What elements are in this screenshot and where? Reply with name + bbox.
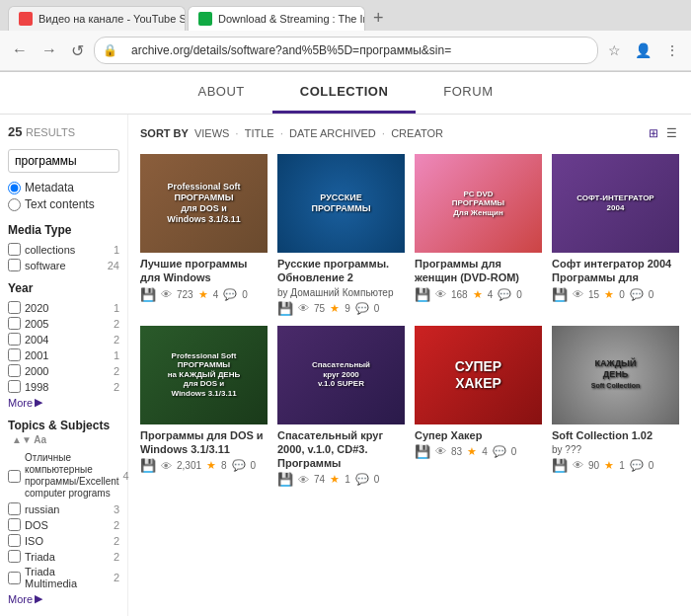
item-title: Программы для DOS и Windows 3.1/3.11 bbox=[140, 428, 268, 457]
item-stats: 💾 👁 15 ★ 0 💬 0 bbox=[552, 287, 679, 302]
list-item[interactable]: Professional SoftПРОГРАММЫдля DOS иWindo… bbox=[140, 154, 268, 316]
item-thumbnail: Professional SoftПРОГРАММЫна КАЖДЫЙ ДЕНЬ… bbox=[140, 326, 268, 424]
star-icon: ★ bbox=[604, 288, 614, 301]
nav-bar: ← → ↺ 🔒 ☆ 👤 ⋮ bbox=[0, 31, 691, 71]
sort-title[interactable]: TITLE bbox=[245, 127, 274, 139]
comment-icon: 💬 bbox=[493, 445, 506, 458]
metadata-radio[interactable]: Metadata bbox=[8, 181, 119, 194]
save-icon: 💾 bbox=[415, 444, 430, 459]
profile-icon[interactable]: 👤 bbox=[631, 40, 655, 60]
item-title: Спасательный круг 2000, v.1.0, CD#3. Про… bbox=[277, 428, 405, 471]
sort-bar: SORT BY VIEWS · TITLE · DATE ARCHIVED · … bbox=[140, 124, 679, 142]
save-icon: 💾 bbox=[277, 472, 293, 487]
topics-sort-icon: ▲▼ Aa bbox=[12, 434, 46, 445]
eye-icon: 👁 bbox=[435, 445, 446, 457]
sidebar: 25 RESULTS // Set value manually documen… bbox=[0, 115, 128, 616]
comment-icon: 💬 bbox=[355, 473, 369, 486]
eye-icon: 👁 bbox=[161, 288, 172, 300]
eye-icon: 👁 bbox=[573, 288, 583, 300]
year-more-link[interactable]: More ▶ bbox=[8, 396, 119, 409]
save-icon: 💾 bbox=[277, 301, 293, 316]
sort-creator[interactable]: CREATOR bbox=[391, 127, 443, 139]
filter-triada[interactable]: Triada 2 bbox=[8, 550, 119, 563]
filter-triada-multimedia[interactable]: Triada Multimedia 2 bbox=[8, 566, 119, 589]
list-item[interactable]: Спасательныйкруг 2000v.1.0 SUPER Спасате… bbox=[277, 326, 405, 488]
star-icon: ★ bbox=[330, 473, 340, 486]
refresh-button[interactable]: ↺ bbox=[67, 39, 88, 62]
topics-filter: Topics & Subjects ▲▼ Aa Отличные компьют… bbox=[8, 419, 119, 605]
filter-year-2000[interactable]: 2000 2 bbox=[8, 364, 119, 377]
item-thumbnail: КАЖДЫЙДЕНЬSoft Collection bbox=[552, 326, 679, 424]
item-stats: 💾 👁 75 ★ 9 💬 0 bbox=[277, 301, 405, 316]
item-stats: 💾 👁 723 ★ 4 💬 0 bbox=[140, 287, 268, 302]
list-item[interactable]: СУПЕРХАКЕР Супер Хакер 💾 👁 83 ★ 4 💬 0 bbox=[415, 326, 542, 488]
tab-bar: Видео на канале - YouTube Stu... ✕ Downl… bbox=[0, 0, 691, 31]
save-icon: 💾 bbox=[140, 287, 156, 302]
textcontents-radio[interactable]: Text contents bbox=[8, 197, 119, 211]
eye-icon: 👁 bbox=[298, 302, 309, 314]
comment-icon: 💬 bbox=[223, 288, 237, 301]
topics-title: Topics & Subjects ▲▼ Aa bbox=[8, 419, 119, 446]
comment-icon: 💬 bbox=[630, 459, 644, 472]
item-stats: 💾 👁 90 ★ 1 💬 0 bbox=[552, 458, 679, 473]
tab-archive[interactable]: Download & Streaming : The Int... ✕ bbox=[188, 6, 365, 31]
save-icon: 💾 bbox=[552, 287, 568, 302]
eye-icon: 👁 bbox=[435, 288, 446, 300]
nav-about[interactable]: ABOUT bbox=[171, 72, 272, 114]
filter-year-2005[interactable]: 2005 2 bbox=[8, 317, 119, 330]
topics-more-link[interactable]: More ▶ bbox=[8, 592, 119, 605]
filter-year-2004[interactable]: 2004 2 bbox=[8, 333, 119, 346]
item-title: Русские программы. Обновление 2 bbox=[277, 257, 405, 285]
nav-collection[interactable]: COLLECTION bbox=[272, 72, 417, 114]
list-item[interactable]: РУССКИЕПРОГРАММЫ Русские программы. Обно… bbox=[277, 154, 405, 316]
list-item[interactable]: СОФТ-ИНТЕГРАТОР2004 Софт интегратор 2004… bbox=[552, 154, 679, 316]
page-navigation: ABOUT COLLECTION FORUM bbox=[0, 72, 691, 115]
filter-iso[interactable]: ISO 2 bbox=[8, 534, 119, 547]
back-button[interactable]: ← bbox=[8, 39, 32, 61]
item-stats: 💾 👁 168 ★ 4 💬 0 bbox=[415, 287, 542, 302]
forward-button[interactable]: → bbox=[38, 39, 61, 61]
youtube-favicon bbox=[19, 12, 33, 26]
item-thumbnail: СУПЕРХАКЕР bbox=[415, 326, 542, 424]
filter-excellent[interactable]: Отличные компьютерные программы/Excellen… bbox=[8, 452, 119, 500]
list-item[interactable]: КАЖДЫЙДЕНЬSoft Collection Soft Collectio… bbox=[552, 326, 679, 488]
save-icon: 💾 bbox=[140, 458, 156, 473]
list-item[interactable]: Professional SoftПРОГРАММЫна КАЖДЫЙ ДЕНЬ… bbox=[140, 326, 268, 488]
star-icon: ★ bbox=[206, 459, 216, 472]
item-title: Софт интегратор 2004 Программы для bbox=[552, 257, 679, 285]
new-tab-button[interactable]: + bbox=[367, 8, 390, 29]
tab-youtube[interactable]: Видео на канале - YouTube Stu... ✕ bbox=[8, 6, 186, 31]
chevron-right-icon-topics: ▶ bbox=[35, 592, 42, 605]
filter-year-2020[interactable]: 2020 1 bbox=[8, 301, 119, 314]
item-stats: 💾 👁 2,301 ★ 8 💬 0 bbox=[140, 458, 268, 473]
list-view-button[interactable]: ☰ bbox=[664, 124, 679, 142]
search-input[interactable] bbox=[8, 149, 119, 173]
bookmark-icon[interactable]: ☆ bbox=[604, 40, 625, 60]
star-icon: ★ bbox=[604, 459, 614, 472]
comment-icon: 💬 bbox=[630, 288, 644, 301]
grid-view-button[interactable]: ⊞ bbox=[647, 124, 660, 142]
list-item[interactable]: PC DVDПРОГРАММЫДля Женщин Программы для … bbox=[415, 154, 542, 316]
filter-collections[interactable]: collections 1 bbox=[8, 243, 119, 256]
filter-software[interactable]: software 24 bbox=[8, 259, 119, 271]
main-content: SORT BY VIEWS · TITLE · DATE ARCHIVED · … bbox=[128, 115, 691, 616]
mediatype-filter: Media Type collections 1 software 24 bbox=[8, 223, 119, 271]
nav-forum[interactable]: FORUM bbox=[416, 72, 520, 114]
filter-year-2001[interactable]: 2001 1 bbox=[8, 348, 119, 361]
filter-year-1998[interactable]: 1998 2 bbox=[8, 380, 119, 393]
menu-icon[interactable]: ⋮ bbox=[661, 40, 683, 60]
sort-date[interactable]: DATE ARCHIVED bbox=[289, 127, 376, 139]
archive-favicon bbox=[198, 12, 212, 26]
item-creator: by ??? bbox=[552, 444, 679, 455]
item-thumbnail: PC DVDПРОГРАММЫДля Женщин bbox=[415, 154, 542, 253]
save-icon: 💾 bbox=[552, 458, 568, 473]
filter-russian[interactable]: russian 3 bbox=[8, 502, 119, 515]
sort-views[interactable]: VIEWS bbox=[194, 127, 229, 139]
address-bar[interactable] bbox=[121, 40, 589, 60]
year-filter: Year 2020 1 2005 2 2004 2 2001 1 bbox=[8, 281, 119, 409]
filter-dos[interactable]: DOS 2 bbox=[8, 518, 119, 531]
browser-chrome: Видео на канале - YouTube Stu... ✕ Downl… bbox=[0, 0, 691, 72]
secure-icon: 🔒 bbox=[103, 43, 117, 57]
comment-icon: 💬 bbox=[232, 459, 246, 472]
star-icon: ★ bbox=[330, 302, 340, 315]
